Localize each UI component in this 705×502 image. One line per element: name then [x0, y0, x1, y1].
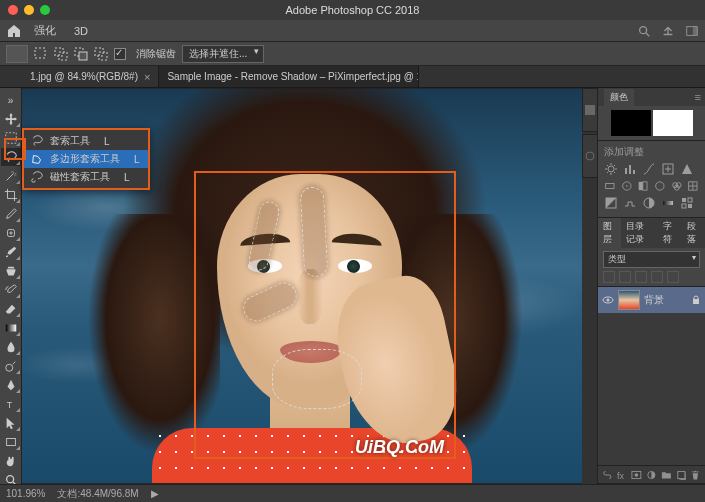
- intersect-selection-icon[interactable]: [94, 47, 108, 61]
- link-icon[interactable]: [602, 469, 613, 481]
- chevron-right-icon[interactable]: ▶: [151, 488, 159, 499]
- hue-icon[interactable]: [604, 179, 616, 193]
- document-tabs: 1.jpg @ 84.9%(RGB/8#)× Sample Image - Re…: [0, 66, 705, 88]
- svg-point-41: [607, 299, 610, 302]
- panel-tab[interactable]: 字符: [658, 218, 681, 248]
- panel-menu-icon[interactable]: ≡: [695, 91, 701, 103]
- group-icon[interactable]: [661, 469, 672, 481]
- options-bar: 消除锯齿 选择并遮住...: [0, 42, 705, 66]
- close-window-button[interactable]: [8, 5, 18, 15]
- filter-smart-icon[interactable]: [667, 271, 679, 283]
- status-bar: 101.96% 文档:48.4M/96.8M ▶: [0, 484, 705, 502]
- crop-tool[interactable]: [1, 186, 21, 204]
- move-tool[interactable]: [1, 110, 21, 128]
- svg-text:T: T: [6, 400, 12, 410]
- close-icon[interactable]: ×: [144, 71, 150, 83]
- path-select-tool[interactable]: [1, 414, 21, 432]
- maximize-window-button[interactable]: [40, 5, 50, 15]
- layer-list: 背景: [598, 286, 705, 465]
- threshold-icon[interactable]: [642, 196, 656, 210]
- adjustments-panel: 添加调整: [598, 141, 705, 218]
- trash-icon[interactable]: [690, 469, 701, 481]
- magic-wand-tool[interactable]: [1, 167, 21, 185]
- bw-icon[interactable]: [637, 179, 649, 193]
- levels-icon[interactable]: [623, 162, 637, 176]
- healing-brush-tool[interactable]: [1, 224, 21, 242]
- marquee-tool[interactable]: [1, 129, 21, 147]
- zoom-level[interactable]: 101.96%: [6, 488, 45, 499]
- tool-preset-picker[interactable]: [6, 45, 28, 63]
- panel-tab[interactable]: 颜色: [604, 89, 634, 106]
- select-and-mask-button[interactable]: 选择并遮住...: [182, 45, 264, 63]
- menu-bar: 强化 3D: [0, 20, 705, 42]
- antialias-checkbox[interactable]: [114, 48, 126, 60]
- svg-rect-3: [693, 26, 697, 35]
- brightness-icon[interactable]: [604, 162, 618, 176]
- search-icon[interactable]: [637, 24, 651, 38]
- flyout-item-mag-lasso[interactable]: 磁性套索工具 L: [24, 168, 148, 186]
- doc-info[interactable]: 文档:48.4M/96.8M: [57, 487, 138, 501]
- svg-rect-4: [35, 48, 45, 58]
- svg-point-0: [640, 26, 647, 33]
- filter-adj-icon[interactable]: [619, 271, 631, 283]
- visibility-icon[interactable]: [602, 294, 614, 306]
- share-icon[interactable]: [661, 24, 675, 38]
- eyedropper-tool[interactable]: [1, 205, 21, 223]
- channel-mixer-icon[interactable]: [671, 179, 683, 193]
- clone-stamp-tool[interactable]: [1, 262, 21, 280]
- type-tool[interactable]: T: [1, 395, 21, 413]
- rectangle-tool[interactable]: [1, 433, 21, 451]
- lasso-tool[interactable]: [1, 148, 21, 166]
- home-icon[interactable]: [6, 23, 22, 39]
- gradient-tool[interactable]: [1, 319, 21, 337]
- photo-filter-icon[interactable]: [654, 179, 666, 193]
- svg-point-17: [6, 476, 13, 483]
- brush-tool[interactable]: [1, 243, 21, 261]
- document-tab[interactable]: Sample Image - Remove Shadow – PiXimperf…: [159, 66, 419, 87]
- panel-tab[interactable]: 段落: [682, 218, 705, 248]
- flyout-item-lasso[interactable]: 套索工具 L: [24, 132, 148, 150]
- eraser-tool[interactable]: [1, 300, 21, 318]
- filter-pixel-icon[interactable]: [603, 271, 615, 283]
- flyout-item-poly-lasso[interactable]: 多边形套索工具 L: [24, 150, 148, 168]
- layer-row[interactable]: 背景: [598, 287, 705, 313]
- new-selection-icon[interactable]: [34, 47, 48, 61]
- layer-thumbnail[interactable]: [618, 290, 640, 310]
- new-layer-icon[interactable]: [676, 469, 687, 481]
- panel-tab[interactable]: 图层: [598, 218, 621, 248]
- collapse-icon[interactable]: »: [1, 91, 21, 109]
- poly-lasso-icon: [30, 152, 44, 166]
- vibrance-icon[interactable]: [680, 162, 694, 176]
- layer-name[interactable]: 背景: [644, 293, 664, 307]
- blur-tool[interactable]: [1, 338, 21, 356]
- collapsed-panel-tab[interactable]: [582, 88, 597, 132]
- history-brush-tool[interactable]: [1, 281, 21, 299]
- fx-icon[interactable]: fx: [617, 469, 628, 481]
- add-selection-icon[interactable]: [54, 47, 68, 61]
- curves-icon[interactable]: [642, 162, 656, 176]
- filter-type-icon[interactable]: [635, 271, 647, 283]
- sub-selection-icon[interactable]: [74, 47, 88, 61]
- color-swatches-large[interactable]: [598, 106, 705, 140]
- workspace-icon[interactable]: [685, 24, 699, 38]
- menu-item[interactable]: 强化: [28, 23, 62, 38]
- collapsed-panel-tab[interactable]: [582, 134, 597, 178]
- panel-tab[interactable]: 目录记录: [621, 218, 658, 248]
- exposure-icon[interactable]: [661, 162, 675, 176]
- minimize-window-button[interactable]: [24, 5, 34, 15]
- pen-tool[interactable]: [1, 376, 21, 394]
- menu-item[interactable]: 3D: [68, 25, 94, 37]
- filter-shape-icon[interactable]: [651, 271, 663, 283]
- mask-icon[interactable]: [631, 469, 642, 481]
- lookup-icon[interactable]: [687, 179, 699, 193]
- dodge-tool[interactable]: [1, 357, 21, 375]
- selective-color-icon[interactable]: [680, 196, 694, 210]
- color-balance-icon[interactable]: [621, 179, 633, 193]
- document-tab[interactable]: 1.jpg @ 84.9%(RGB/8#)×: [22, 66, 159, 87]
- adjustment-layer-icon[interactable]: [646, 469, 657, 481]
- posterize-icon[interactable]: [623, 196, 637, 210]
- hand-tool[interactable]: [1, 452, 21, 470]
- layer-filter-select[interactable]: 类型: [603, 251, 700, 268]
- gradient-map-icon[interactable]: [661, 196, 675, 210]
- invert-icon[interactable]: [604, 196, 618, 210]
